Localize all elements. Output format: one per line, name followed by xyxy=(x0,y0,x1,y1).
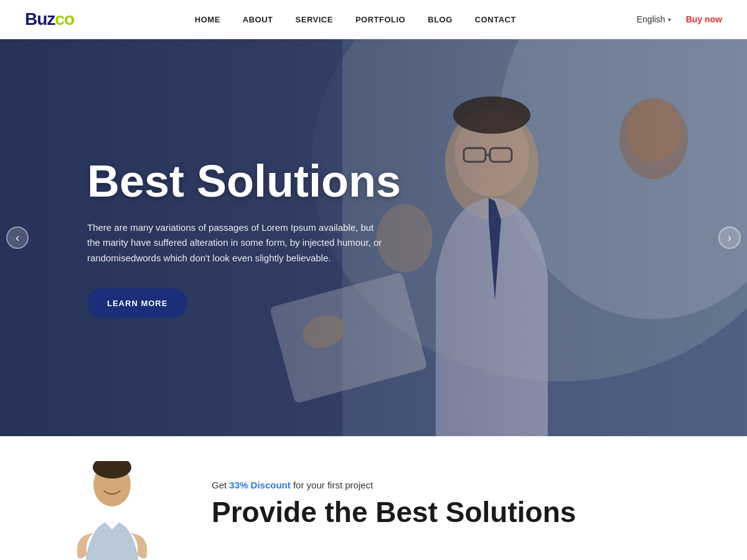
nav-portfolio[interactable]: PORTFOLIO xyxy=(355,15,405,24)
nav-home[interactable]: HOME xyxy=(195,15,220,24)
language-selector[interactable]: English ▾ xyxy=(637,14,671,24)
logo-suffix: co xyxy=(55,9,74,29)
person-illustration xyxy=(72,461,153,560)
hero-title: Best Solutions xyxy=(87,158,401,205)
chevron-left-icon: ‹ xyxy=(16,231,19,245)
chevron-right-icon: › xyxy=(728,231,731,245)
buy-now-link[interactable]: Buy now xyxy=(686,14,722,24)
provide-best-title: Provide the Best Solutions xyxy=(212,497,697,528)
nav-service[interactable]: SERVICE xyxy=(296,15,333,24)
below-hero-text: Get 33% Discount for your first project … xyxy=(212,461,697,528)
nav-contact[interactable]: CONTACT xyxy=(475,15,516,24)
language-label: English xyxy=(637,14,665,24)
hero-content: Best Solutions There are many variations… xyxy=(87,158,401,318)
site-header: Buzco HOME ABOUT SERVICE PORTFOLIO BLOG … xyxy=(0,0,747,39)
nav-about[interactable]: ABOUT xyxy=(243,15,273,24)
discount-prefix: Get xyxy=(212,480,229,490)
discount-percent: 33% Discount xyxy=(229,480,290,490)
person-image-area xyxy=(50,461,174,560)
hero-section: ‹ Best Solutions There are many variatio… xyxy=(0,39,747,436)
below-hero-section: Get 33% Discount for your first project … xyxy=(0,436,747,560)
logo-prefix: Buz xyxy=(25,9,55,29)
discount-line: Get 33% Discount for your first project xyxy=(212,480,697,490)
nav-blog[interactable]: BLOG xyxy=(428,15,453,24)
learn-more-button[interactable]: LEARN MORE xyxy=(87,288,187,317)
carousel-prev-button[interactable]: ‹ xyxy=(6,226,29,249)
header-right: English ▾ Buy now xyxy=(637,14,722,24)
main-nav: HOME ABOUT SERVICE PORTFOLIO BLOG CONTAC… xyxy=(195,15,516,24)
carousel-next-button[interactable]: › xyxy=(718,226,741,249)
chevron-down-icon: ▾ xyxy=(668,16,671,23)
discount-suffix: for your first project xyxy=(291,480,374,490)
hero-description: There are many variations of passages of… xyxy=(87,220,386,266)
site-logo[interactable]: Buzco xyxy=(25,9,74,29)
